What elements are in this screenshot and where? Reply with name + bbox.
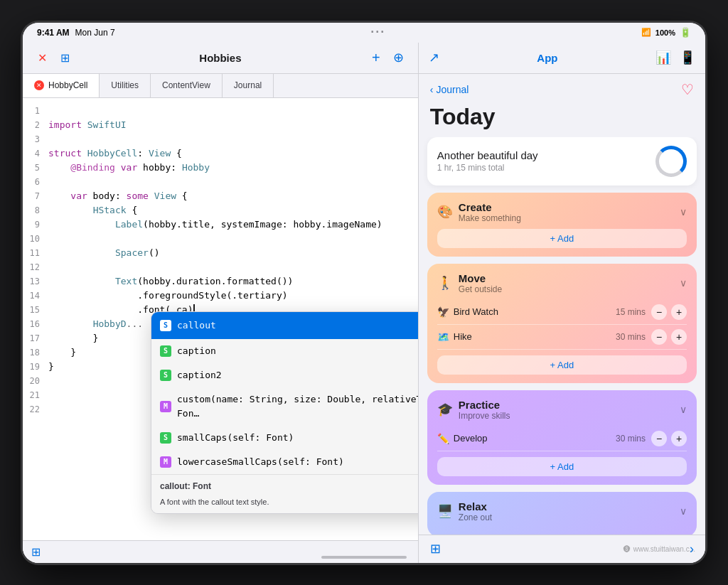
ac-badge-m2: M bbox=[160, 456, 171, 468]
watermark: 🅢 www.stuittaiwan.c... bbox=[623, 545, 695, 553]
tab-hobbycell[interactable]: ✕ HobbyCell bbox=[23, 74, 100, 97]
tab-journal[interactable]: Journal bbox=[223, 74, 274, 97]
create-icon: 🎨 bbox=[437, 204, 453, 220]
code-editor[interactable]: 1 2import SwiftUI 3 4struct HobbyCell: V… bbox=[23, 98, 418, 540]
tabs-bar: ✕ HobbyCell Utilities ContentView Journa… bbox=[23, 74, 418, 98]
category-create: 🎨 Create Make something ∨ + Add bbox=[427, 193, 697, 257]
ac-item-custom[interactable]: M custom(name: String, size: Double, rel… bbox=[151, 387, 418, 426]
chevron-left-icon: ‹ bbox=[430, 84, 434, 95]
code-line-14: 14 .foregroundStyle(.tertiary) bbox=[23, 289, 418, 303]
create-title: Create bbox=[459, 201, 521, 213]
ac-label-custom: custom(name: String, size: Double, relat… bbox=[177, 392, 418, 421]
app-toolbar-title: App bbox=[537, 52, 557, 64]
xcode-panel: ✕ ⊞ Hobbies + ⊕ ✕ HobbyCell Utilities bbox=[23, 43, 419, 563]
today-card-title: Another beautiful day bbox=[437, 149, 538, 161]
wifi-icon: 📶 bbox=[641, 28, 651, 37]
today-card: Another beautiful day 1 hr, 15 mins tota… bbox=[427, 137, 697, 186]
create-add-button[interactable]: + Add bbox=[437, 229, 687, 248]
tab-label-utilities: Utilities bbox=[111, 80, 139, 90]
journal-nav: ‹ Journal ♡ bbox=[419, 74, 705, 101]
code-line-1: 1 bbox=[23, 104, 418, 118]
close-button[interactable]: ✕ bbox=[34, 50, 50, 65]
main-content: ✕ ⊞ Hobbies + ⊕ ✕ HobbyCell Utilities bbox=[23, 43, 705, 563]
category-move: 🚶 Move Get outside ∨ 🦅 Bir bbox=[427, 264, 697, 383]
tab-label-journal: Journal bbox=[234, 80, 262, 90]
move-title: Move bbox=[459, 272, 502, 284]
create-subtitle: Make something bbox=[459, 213, 521, 223]
tab-contentview[interactable]: ContentView bbox=[151, 74, 223, 97]
ac-item-caption[interactable]: S caption bbox=[151, 339, 418, 363]
today-title: Today bbox=[419, 101, 705, 137]
bar-chart-icon[interactable]: 📊 bbox=[655, 50, 671, 65]
ac-item-caption2[interactable]: S caption2 bbox=[151, 363, 418, 387]
develop-duration: 30 mins bbox=[616, 434, 646, 444]
sidebar-toggle-button[interactable]: ⊞ bbox=[57, 50, 73, 65]
xcode-bottom-bar: ⊞ bbox=[23, 540, 418, 563]
ac-badge-s2: S bbox=[160, 345, 171, 357]
tab-close-icon[interactable]: ✕ bbox=[34, 80, 44, 90]
ac-item-callout[interactable]: S callout ⇥ bbox=[151, 312, 418, 339]
ac-label-caption: caption bbox=[177, 344, 418, 358]
app-toolbar: ↗ App 📊 📱 bbox=[419, 43, 705, 74]
ac-item-lowercase[interactable]: M lowercaseSmallCaps(self: Font) bbox=[151, 450, 418, 474]
device-icon[interactable]: 📱 bbox=[680, 50, 695, 65]
autocomplete-popup[interactable]: S callout ⇥ S caption S caption2 M cus bbox=[151, 311, 418, 514]
ipad-frame: 9:41 AM Mon Jun 7 ··· 📶 100% 🔋 ✕ ⊞ Hobbi… bbox=[23, 23, 705, 563]
ac-label-smallcaps: smallCaps(self: Font) bbox=[177, 431, 418, 445]
app-panel: ↗ App 📊 📱 ‹ Journal ♡ Today bbox=[419, 43, 705, 563]
code-line-5: 5 @Binding var hobby: Hobby bbox=[23, 161, 418, 175]
develop-minus[interactable]: − bbox=[651, 431, 667, 446]
relax-chevron[interactable]: ∨ bbox=[680, 505, 687, 517]
code-line-4: 4struct HobbyCell: View { bbox=[23, 146, 418, 161]
birdwatch-icon: 🦅 bbox=[437, 306, 449, 318]
tab-utilities[interactable]: Utilities bbox=[100, 74, 151, 97]
add-button[interactable]: + bbox=[368, 50, 384, 65]
journal-back-button[interactable]: ‹ Journal bbox=[430, 84, 469, 95]
hike-icon: 🗺️ bbox=[437, 331, 449, 343]
birdwatch-minus[interactable]: − bbox=[651, 304, 667, 320]
status-bar: 9:41 AM Mon Jun 7 ··· 📶 100% 🔋 bbox=[23, 23, 705, 43]
create-chevron[interactable]: ∨ bbox=[680, 206, 687, 218]
file-icon[interactable]: ⊞ bbox=[31, 545, 41, 559]
category-practice: 🎓 Practice Improve skills ∨ ✏️ bbox=[427, 390, 697, 485]
move-chevron[interactable]: ∨ bbox=[680, 277, 687, 289]
tab-label-contentview: ContentView bbox=[162, 80, 210, 90]
ac-footer-title: callout: Font bbox=[160, 479, 418, 493]
journal-scroll[interactable]: Another beautiful day 1 hr, 15 mins tota… bbox=[419, 137, 705, 535]
practice-add-button[interactable]: + Add bbox=[437, 457, 687, 476]
battery-icon: 🔋 bbox=[680, 27, 691, 38]
code-line-8: 8 HStack { bbox=[23, 203, 418, 218]
activity-hike: 🗺️ Hike 30 mins − + bbox=[437, 325, 687, 350]
move-add-button[interactable]: + Add bbox=[437, 355, 687, 375]
ac-badge-m1: M bbox=[160, 401, 171, 412]
ac-footer-desc: A font with the callout text style. bbox=[160, 495, 418, 509]
ac-label-callout: callout bbox=[177, 318, 418, 333]
split-view-icon[interactable]: ⊞ bbox=[430, 541, 441, 557]
code-line-13: 13 Text(hobby.duration.formatted()) bbox=[23, 274, 418, 289]
heart-icon[interactable]: ♡ bbox=[681, 81, 694, 98]
birdwatch-plus[interactable]: + bbox=[671, 304, 687, 320]
move-subtitle: Get outside bbox=[459, 284, 502, 294]
home-indicator bbox=[321, 556, 407, 559]
develop-icon: ✏️ bbox=[437, 433, 449, 444]
category-relax: 🖥️ Relax Zone out ∨ bbox=[427, 492, 697, 535]
relax-title: Relax bbox=[459, 500, 492, 512]
practice-chevron[interactable]: ∨ bbox=[680, 404, 687, 415]
activity-birdwatch: 🦅 Bird Watch 15 mins − + bbox=[437, 300, 687, 325]
arrow-icon[interactable]: ↗ bbox=[429, 50, 439, 65]
hike-duration: 30 mins bbox=[616, 332, 646, 342]
practice-icon: 🎓 bbox=[437, 402, 453, 417]
hike-plus[interactable]: + bbox=[671, 329, 687, 345]
project-title: Hobbies bbox=[73, 52, 368, 64]
code-line-12: 12 bbox=[23, 260, 418, 274]
relax-subtitle: Zone out bbox=[459, 512, 492, 522]
ac-label-lowercase: lowercaseSmallCaps(self: Font) bbox=[177, 455, 418, 469]
ac-item-smallcaps[interactable]: S smallCaps(self: Font) bbox=[151, 426, 418, 450]
develop-plus[interactable]: + bbox=[671, 431, 687, 446]
hike-label: Hike bbox=[454, 331, 472, 342]
more-button[interactable]: ⊕ bbox=[391, 50, 407, 65]
birdwatch-duration: 15 mins bbox=[616, 307, 646, 317]
relax-icon: 🖥️ bbox=[437, 503, 453, 519]
ac-label-caption2: caption2 bbox=[177, 368, 418, 382]
hike-minus[interactable]: − bbox=[651, 329, 667, 345]
